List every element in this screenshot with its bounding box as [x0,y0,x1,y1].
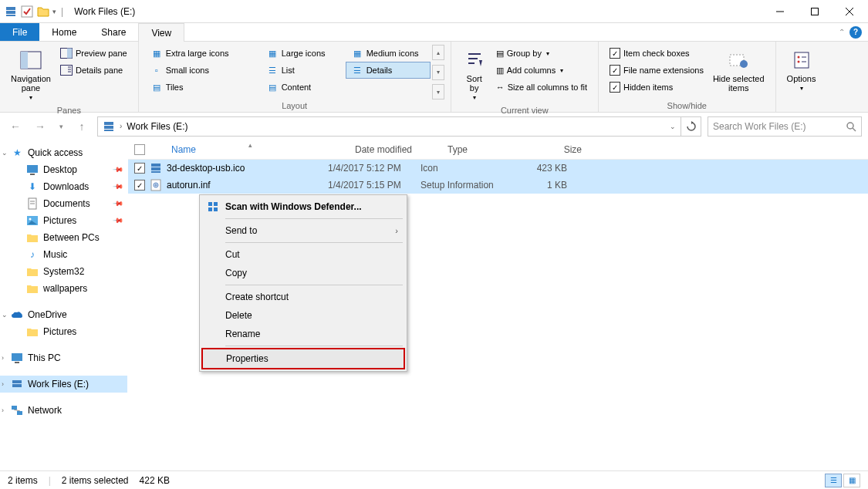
minimize-button[interactable] [762,0,797,22]
sidebar-item-downloads[interactable]: ⬇Downloads📌 [0,178,127,195]
details-pane-button[interactable]: Details pane [56,62,132,79]
ctx-create-shortcut[interactable]: Create shortcut [202,288,404,306]
layout-content[interactable]: ▤Content [261,79,346,96]
file-row[interactable]: ✓ autorun.inf 1/4/2017 5:15 PM Setup Inf… [128,177,868,194]
ctx-send-to[interactable]: Send to› [202,221,404,240]
sidebar-item-between-pcs[interactable]: Between PCs [0,229,127,246]
layout-extra-large[interactable]: ▦Extra large icons [145,45,261,62]
layout-list[interactable]: ☰List [261,62,346,79]
svg-rect-52 [208,202,212,206]
navigation-pane-button[interactable]: Navigation pane ▾ [6,45,56,104]
row-checkbox[interactable]: ✓ [134,180,145,191]
sidebar-item-system32[interactable]: System32 [0,263,127,280]
item-checkboxes-toggle[interactable]: ✓Item check boxes [605,45,708,62]
sidebar-item-music[interactable]: ♪Music [0,246,127,263]
column-name[interactable]: Name [148,144,349,155]
ctx-rename[interactable]: Rename [202,325,404,343]
sidebar-item-network[interactable]: ›Network [0,402,127,419]
sidebar-item-onedrive[interactable]: ⌄OneDrive [0,306,127,323]
group-by-button[interactable]: ▤Group by▾ [491,45,592,62]
sidebar-item-this-pc[interactable]: ›This PC [0,349,127,366]
folder-icon [26,282,39,295]
add-columns-icon: ▥ [496,66,504,76]
column-type[interactable]: Type [441,144,534,155]
select-all-checkbox[interactable] [134,144,145,155]
back-button[interactable]: ← [6,117,25,136]
up-button[interactable]: ↑ [73,117,91,136]
scroll-down-icon[interactable]: ▾ [432,65,444,80]
hidden-items-label: Hidden items [623,83,673,92]
sidebar-item-wallpapers[interactable]: wallpapers [0,280,127,297]
chevron-down-icon[interactable]: ⌄ [670,123,676,130]
ctx-copy[interactable]: Copy [202,264,404,282]
group-by-label: Group by [507,49,542,58]
close-button[interactable] [832,0,866,22]
sidebar-item-work-files[interactable]: ›Work Files (E:) [0,376,127,393]
svg-rect-54 [208,207,212,211]
ribbon-panes-label: Panes [6,104,132,115]
tab-file[interactable]: File [0,23,39,41]
forward-button[interactable]: → [31,117,49,136]
view-details-button[interactable]: ☰ [825,474,842,487]
ico-file-icon [150,162,162,174]
sidebar-item-pictures[interactable]: Pictures📌 [0,212,127,229]
chevron-right-icon[interactable]: › [120,122,122,130]
layout-details[interactable]: ☰Details [346,62,431,79]
view-thumbnails-button[interactable]: ▦ [843,474,860,487]
caret-icon: › [2,354,4,362]
file-size: 423 KB [513,163,567,174]
layout-medium-label: Medium icons [366,49,419,58]
layout-large[interactable]: ▦Large icons [261,45,346,62]
ctx-delete[interactable]: Delete [202,306,404,325]
ctx-label: Copy [225,268,247,278]
svg-rect-0 [6,7,15,10]
ctx-label: Create shortcut [225,292,289,302]
navigation-pane-label: Navigation pane [11,74,51,93]
scroll-up-icon[interactable]: ▴ [432,45,444,60]
file-extensions-toggle[interactable]: ✓File name extensions [605,62,708,79]
refresh-button[interactable] [681,116,701,137]
tab-view[interactable]: View [138,23,184,42]
ribbon-tabs: File Home Share View ⌃ ? [0,23,868,42]
help-icon[interactable]: ? [849,26,862,39]
tab-share[interactable]: Share [89,23,138,41]
layout-small[interactable]: ▫Small icons [145,62,261,79]
maximize-button[interactable] [797,0,832,22]
hidden-items-toggle[interactable]: ✓Hidden items [605,79,708,96]
ctx-cut[interactable]: Cut [202,245,404,264]
ctx-properties[interactable]: Properties [201,348,405,369]
sidebar-label: Desktop [43,164,77,175]
row-checkbox[interactable]: ✓ [134,163,145,174]
sidebar-item-desktop[interactable]: Desktop📌 [0,161,127,178]
size-columns-button[interactable]: ↔Size all columns to fit [491,79,592,96]
preview-pane-button[interactable]: Preview pane [56,45,132,62]
sidebar-label: OneDrive [28,309,67,320]
recent-locations-button[interactable]: ▾ [56,117,66,136]
sidebar-item-onedrive-pictures[interactable]: Pictures [0,323,127,340]
sort-by-button[interactable]: Sort by ▾ [458,45,491,104]
options-icon [789,48,814,73]
breadcrumb[interactable]: › Work Files (E:) ⌄ [97,116,681,137]
sidebar-item-documents[interactable]: Documents📌 [0,195,127,212]
file-row[interactable]: ✓ 3d-desktop-usb.ico 1/4/2017 5:12 PM Ic… [128,160,868,177]
options-button[interactable]: Options ▾ [782,45,821,109]
layout-medium[interactable]: ▦Medium icons [346,45,431,62]
ribbon-collapse-icon[interactable]: ⌃ [839,28,845,36]
qat-checkbox-icon[interactable] [20,5,34,19]
column-size[interactable]: Size [534,144,588,155]
sidebar-label: Quick access [28,147,83,158]
sidebar-item-quick-access[interactable]: ⌄★Quick access [0,144,127,161]
breadcrumb-segment[interactable]: Work Files (E:) [127,121,187,132]
qat-dropdown-icon[interactable]: ▾ [52,8,56,15]
scroll-more-icon[interactable]: ▾ [432,84,444,99]
column-date[interactable]: Date modified [349,144,441,155]
tab-home[interactable]: Home [39,23,89,41]
layout-tiles[interactable]: ▤Tiles [145,79,261,96]
sidebar-label: Pictures [43,215,76,226]
add-columns-button[interactable]: ▥Add columns▾ [491,62,592,79]
hide-selected-button[interactable]: Hide selected items [708,45,769,99]
ctx-scan-defender[interactable]: Scan with Windows Defender... [202,197,404,216]
file-name: 3d-desktop-usb.ico [162,163,328,174]
search-input[interactable]: Search Work Files (E:) [708,116,862,137]
ctx-label: Scan with Windows Defender... [225,201,362,212]
